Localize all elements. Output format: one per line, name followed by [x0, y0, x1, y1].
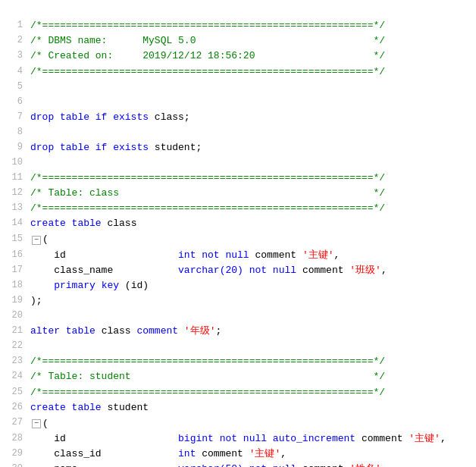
table-row: 27−( [0, 415, 476, 431]
line-number: 21 [0, 324, 29, 338]
line-number: 10 [0, 155, 29, 170]
table-row: 8 [0, 125, 476, 140]
line-number: 3 [0, 49, 29, 63]
comment-text: /* Created on: 2019/12/12 18:56:20 */ [30, 50, 385, 61]
string-text: '主键' [249, 448, 281, 459]
table-row: 18 primary key (id) [0, 278, 476, 293]
keyword-text: comment [136, 325, 178, 337]
line-content: id int not null comment '主键', [29, 248, 474, 263]
plain-text: class; [149, 111, 190, 123]
line-number: 25 [0, 385, 29, 400]
keyword-text: primary key [54, 280, 119, 291]
plain-text: comment [296, 265, 349, 276]
line-content: /*======================================… [29, 18, 474, 33]
fold-icon[interactable]: − [32, 419, 41, 428]
line-content: −( [29, 232, 474, 248]
line-content: ); [29, 293, 474, 309]
line-content: /*======================================… [29, 201, 474, 216]
plain-text: class [102, 218, 137, 229]
plain-text: class [96, 325, 137, 337]
plain-text: , [381, 463, 387, 467]
line-number: 29 [0, 447, 29, 461]
plain-text: (id) [119, 280, 149, 291]
plain-text: ; [215, 325, 221, 337]
plain-text: student [102, 402, 149, 413]
table-row: 13/*====================================… [0, 201, 476, 216]
table-row: 17 class_name varchar(20) not null comme… [0, 263, 476, 278]
plain-text [178, 325, 184, 337]
plain-text: class_name [30, 265, 178, 276]
table-row: 3/* Created on: 2019/12/12 18:56:20 */ [0, 49, 476, 64]
table-row: 14create table class [0, 216, 476, 231]
table-row: 11/*====================================… [0, 171, 476, 186]
line-content: primary key (id) [29, 278, 474, 293]
table-row: 15−( [0, 232, 476, 248]
line-content: class_id int comment '主键', [29, 447, 474, 462]
line-number: 8 [0, 125, 29, 139]
keyword-text: varchar(50) not null [178, 463, 296, 467]
keyword-text: varchar(20) not null [178, 265, 296, 276]
table-row: 19); [0, 293, 476, 309]
line-number: 24 [0, 369, 29, 384]
line-number: 18 [0, 278, 29, 293]
line-content: id bigint not null auto_increment commen… [29, 431, 474, 447]
brace-text: ( [42, 232, 49, 247]
table-row: 1/*=====================================… [0, 18, 476, 33]
line-number: 15 [0, 232, 29, 246]
line-number: 7 [0, 110, 29, 124]
line-number: 22 [0, 339, 29, 353]
comment-text: /*======================================… [30, 172, 385, 183]
keyword-text: int not null [178, 249, 249, 261]
comment-text: /* Table: student */ [30, 371, 385, 382]
line-number: 30 [0, 462, 29, 467]
table-row: 6 [0, 95, 476, 110]
line-content: drop table if exists class; [29, 110, 474, 125]
plain-text: , [440, 433, 446, 444]
line-content: −( [29, 415, 474, 431]
line-number: 16 [0, 248, 29, 262]
table-row: 7drop table if exists class; [0, 110, 476, 125]
sql-editor: 1/*=====================================… [0, 0, 476, 467]
comment-text: /* Table: class */ [30, 187, 385, 199]
line-number: 26 [0, 400, 29, 415]
line-content: /* Table: student */ [29, 369, 474, 384]
table-row: 29 class_id int comment '主键', [0, 447, 476, 462]
plain-text: comment [196, 448, 249, 459]
line-number: 13 [0, 201, 29, 215]
line-number: 4 [0, 64, 29, 79]
plain-text: comment [249, 249, 302, 261]
fold-icon[interactable]: − [32, 236, 41, 245]
table-row: 9drop table if exists student; [0, 140, 476, 155]
plain-text: , [280, 448, 287, 459]
keyword-text: drop table if exists [30, 142, 149, 153]
table-row: 20 [0, 309, 476, 324]
table-row: 30 name varchar(50) not null comment '姓名… [0, 462, 476, 467]
table-row: 21alter table class comment '年级'; [0, 324, 476, 339]
keyword-text: alter table [30, 325, 96, 337]
plain-text: , [381, 265, 387, 276]
table-row: 23/*====================================… [0, 354, 476, 369]
line-content: /*======================================… [29, 385, 474, 400]
line-number: 20 [0, 309, 29, 323]
table-row: 2/* DBMS name: MySQL 5.0 */ [0, 33, 476, 49]
table-row: 12/* Table: class */ [0, 186, 476, 201]
line-content: /* Table: class */ [29, 186, 474, 201]
plain-text: name [30, 463, 178, 467]
keyword-text: create table [30, 218, 102, 229]
table-row: 16 id int not null comment '主键', [0, 248, 476, 263]
plain-text: , [334, 249, 340, 261]
table-row: 22 [0, 339, 476, 354]
plain-text: class_id [30, 448, 178, 459]
line-number: 12 [0, 186, 29, 200]
line-number: 11 [0, 171, 29, 185]
keyword-text: drop table if exists [30, 111, 149, 123]
table-row: 25/*====================================… [0, 385, 476, 400]
plain-text [30, 280, 54, 291]
comment-text: /*======================================… [30, 66, 385, 77]
table-row: 26create table student [0, 400, 476, 415]
comment-text: /*======================================… [30, 202, 385, 214]
line-content: name varchar(50) not null comment '姓名', [29, 462, 474, 467]
line-content: /*======================================… [29, 64, 474, 80]
line-content: create table student [29, 400, 474, 415]
line-content: create table class [29, 216, 474, 231]
